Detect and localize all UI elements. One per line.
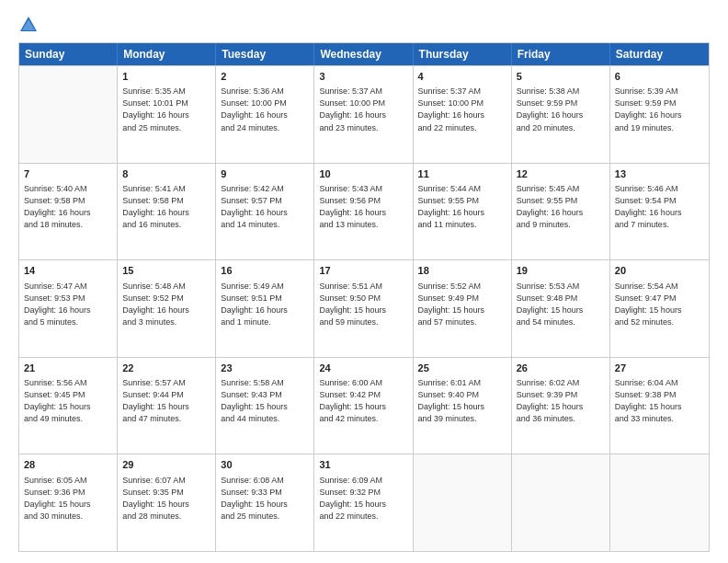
calendar-cell: 4Sunrise: 5:37 AM Sunset: 10:00 PM Dayli…: [414, 66, 512, 163]
page: SundayMondayTuesdayWednesdayThursdayFrid…: [0, 0, 728, 563]
day-number: 17: [319, 264, 407, 278]
logo-icon: [18, 15, 39, 35]
day-info: Sunrise: 5:39 AM Sunset: 9:59 PM Dayligh…: [615, 86, 704, 133]
day-number: 23: [221, 362, 309, 375]
day-number: 7: [24, 167, 112, 181]
day-number: 21: [24, 362, 112, 375]
day-info: Sunrise: 5:56 AM Sunset: 9:45 PM Dayligh…: [24, 377, 112, 425]
day-info: Sunrise: 5:35 AM Sunset: 10:01 PM Daylig…: [122, 86, 210, 133]
day-info: Sunrise: 5:41 AM Sunset: 9:58 PM Dayligh…: [122, 183, 210, 231]
calendar-row: 7Sunrise: 5:40 AM Sunset: 9:58 PM Daylig…: [19, 163, 709, 260]
day-number: 27: [615, 362, 704, 375]
calendar-header-row: SundayMondayTuesdayWednesdayThursdayFrid…: [19, 43, 709, 65]
day-info: Sunrise: 5:40 AM Sunset: 9:58 PM Dayligh…: [24, 183, 112, 231]
calendar-row: 1Sunrise: 5:35 AM Sunset: 10:01 PM Dayli…: [19, 65, 709, 163]
day-number: 29: [122, 458, 210, 472]
calendar-row: 14Sunrise: 5:47 AM Sunset: 9:53 PM Dayli…: [19, 259, 709, 357]
calendar-cell: 21Sunrise: 5:56 AM Sunset: 9:45 PM Dayli…: [19, 358, 118, 454]
calendar-cell: 17Sunrise: 5:51 AM Sunset: 9:50 PM Dayli…: [314, 260, 413, 357]
calendar-body: 1Sunrise: 5:35 AM Sunset: 10:01 PM Dayli…: [19, 65, 709, 551]
day-info: Sunrise: 6:08 AM Sunset: 9:33 PM Dayligh…: [221, 475, 309, 523]
calendar-cell: [610, 454, 709, 551]
cal-header-cell: Wednesday: [314, 43, 413, 65]
day-number: 5: [517, 70, 605, 84]
calendar-cell: 7Sunrise: 5:40 AM Sunset: 9:58 PM Daylig…: [19, 164, 118, 260]
day-info: Sunrise: 5:51 AM Sunset: 9:50 PM Dayligh…: [319, 281, 407, 328]
day-number: 28: [24, 458, 112, 472]
calendar-cell: 3Sunrise: 5:37 AM Sunset: 10:00 PM Dayli…: [314, 66, 413, 163]
day-info: Sunrise: 6:02 AM Sunset: 9:39 PM Dayligh…: [517, 377, 605, 425]
day-number: 6: [615, 70, 704, 84]
day-info: Sunrise: 6:05 AM Sunset: 9:36 PM Dayligh…: [24, 475, 112, 523]
day-info: Sunrise: 5:52 AM Sunset: 9:49 PM Dayligh…: [418, 281, 506, 328]
calendar-cell: 5Sunrise: 5:38 AM Sunset: 9:59 PM Daylig…: [512, 66, 610, 163]
cal-header-cell: Thursday: [414, 43, 512, 65]
day-info: Sunrise: 5:37 AM Sunset: 10:00 PM Daylig…: [319, 86, 407, 133]
calendar-cell: 16Sunrise: 5:49 AM Sunset: 9:51 PM Dayli…: [216, 260, 314, 357]
day-number: 25: [418, 362, 506, 375]
day-number: 1: [122, 70, 210, 84]
day-info: Sunrise: 5:48 AM Sunset: 9:52 PM Dayligh…: [122, 281, 210, 328]
day-number: 13: [615, 167, 704, 181]
calendar-cell: 27Sunrise: 6:04 AM Sunset: 9:38 PM Dayli…: [610, 358, 709, 454]
day-info: Sunrise: 6:09 AM Sunset: 9:32 PM Dayligh…: [319, 475, 407, 523]
day-info: Sunrise: 5:47 AM Sunset: 9:53 PM Dayligh…: [24, 281, 112, 328]
day-number: 8: [122, 167, 210, 181]
calendar-cell: 18Sunrise: 5:52 AM Sunset: 9:49 PM Dayli…: [414, 260, 512, 357]
calendar-cell: 25Sunrise: 6:01 AM Sunset: 9:40 PM Dayli…: [414, 358, 512, 454]
logo: [18, 15, 42, 35]
day-number: 12: [517, 167, 605, 181]
calendar: SundayMondayTuesdayWednesdayThursdayFrid…: [18, 42, 710, 552]
header: [18, 15, 710, 35]
day-info: Sunrise: 5:44 AM Sunset: 9:55 PM Dayligh…: [418, 183, 506, 231]
calendar-cell: 13Sunrise: 5:46 AM Sunset: 9:54 PM Dayli…: [610, 164, 709, 260]
calendar-cell: 9Sunrise: 5:42 AM Sunset: 9:57 PM Daylig…: [216, 164, 314, 260]
calendar-cell: 29Sunrise: 6:07 AM Sunset: 9:35 PM Dayli…: [118, 454, 216, 551]
calendar-cell: 22Sunrise: 5:57 AM Sunset: 9:44 PM Dayli…: [118, 358, 216, 454]
calendar-cell: 20Sunrise: 5:54 AM Sunset: 9:47 PM Dayli…: [610, 260, 709, 357]
day-number: 15: [122, 264, 210, 278]
calendar-cell: 10Sunrise: 5:43 AM Sunset: 9:56 PM Dayli…: [314, 164, 413, 260]
day-number: 19: [517, 264, 605, 278]
day-number: 11: [418, 167, 506, 181]
calendar-cell: 23Sunrise: 5:58 AM Sunset: 9:43 PM Dayli…: [216, 358, 314, 454]
calendar-cell: 8Sunrise: 5:41 AM Sunset: 9:58 PM Daylig…: [118, 164, 216, 260]
cal-header-cell: Saturday: [610, 43, 709, 65]
day-number: 20: [615, 264, 704, 278]
day-info: Sunrise: 5:53 AM Sunset: 9:48 PM Dayligh…: [517, 281, 605, 328]
calendar-cell: 2Sunrise: 5:36 AM Sunset: 10:00 PM Dayli…: [216, 66, 314, 163]
day-info: Sunrise: 6:07 AM Sunset: 9:35 PM Dayligh…: [122, 475, 210, 523]
day-number: 4: [418, 70, 506, 84]
calendar-cell: 24Sunrise: 6:00 AM Sunset: 9:42 PM Dayli…: [314, 358, 413, 454]
cal-header-cell: Sunday: [19, 43, 118, 65]
calendar-cell: [19, 66, 118, 163]
calendar-cell: [512, 454, 610, 551]
day-info: Sunrise: 5:45 AM Sunset: 9:55 PM Dayligh…: [517, 183, 605, 231]
calendar-cell: 11Sunrise: 5:44 AM Sunset: 9:55 PM Dayli…: [414, 164, 512, 260]
calendar-cell: 28Sunrise: 6:05 AM Sunset: 9:36 PM Dayli…: [19, 454, 118, 551]
day-number: 30: [221, 458, 309, 472]
day-number: 3: [319, 70, 407, 84]
day-number: 26: [517, 362, 605, 375]
day-info: Sunrise: 5:58 AM Sunset: 9:43 PM Dayligh…: [221, 377, 309, 425]
day-info: Sunrise: 5:37 AM Sunset: 10:00 PM Daylig…: [418, 86, 506, 133]
day-number: 22: [122, 362, 210, 375]
day-number: 31: [319, 458, 407, 472]
cal-header-cell: Monday: [118, 43, 216, 65]
day-number: 9: [221, 167, 309, 181]
day-info: Sunrise: 5:42 AM Sunset: 9:57 PM Dayligh…: [221, 183, 309, 231]
calendar-cell: 14Sunrise: 5:47 AM Sunset: 9:53 PM Dayli…: [19, 260, 118, 357]
calendar-row: 28Sunrise: 6:05 AM Sunset: 9:36 PM Dayli…: [19, 454, 709, 551]
calendar-cell: 15Sunrise: 5:48 AM Sunset: 9:52 PM Dayli…: [118, 260, 216, 357]
day-info: Sunrise: 5:36 AM Sunset: 10:00 PM Daylig…: [221, 86, 309, 133]
calendar-cell: 12Sunrise: 5:45 AM Sunset: 9:55 PM Dayli…: [512, 164, 610, 260]
day-info: Sunrise: 5:54 AM Sunset: 9:47 PM Dayligh…: [615, 281, 704, 328]
day-info: Sunrise: 5:57 AM Sunset: 9:44 PM Dayligh…: [122, 377, 210, 425]
day-number: 18: [418, 264, 506, 278]
day-number: 14: [24, 264, 112, 278]
day-info: Sunrise: 6:00 AM Sunset: 9:42 PM Dayligh…: [319, 377, 407, 425]
calendar-cell: 26Sunrise: 6:02 AM Sunset: 9:39 PM Dayli…: [512, 358, 610, 454]
day-info: Sunrise: 6:01 AM Sunset: 9:40 PM Dayligh…: [418, 377, 506, 425]
day-info: Sunrise: 6:04 AM Sunset: 9:38 PM Dayligh…: [615, 377, 704, 425]
day-info: Sunrise: 5:43 AM Sunset: 9:56 PM Dayligh…: [319, 183, 407, 231]
